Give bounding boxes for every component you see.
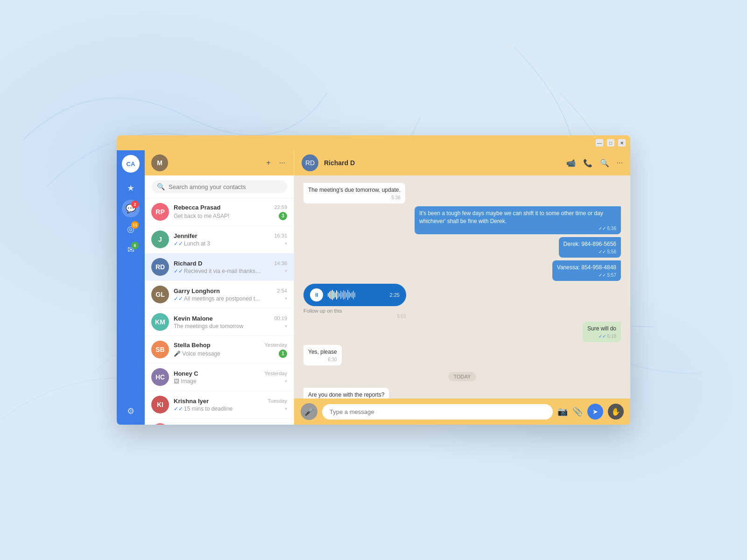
waveform-bar <box>329 292 330 298</box>
waveform-bar <box>347 290 348 300</box>
waveform-bar <box>353 291 354 299</box>
waveform-bar <box>350 293 351 297</box>
audio-label: Follow up on this <box>303 308 406 314</box>
contact-list: RP Rebecca Prasad 22:59 Get back to me A… <box>145 198 294 425</box>
message-bubble: Yes, please 6:30 <box>303 345 342 365</box>
contact-msg: 🖼 Image <box>174 378 197 385</box>
waveform-bar <box>346 293 347 297</box>
add-contact-button[interactable]: + <box>264 157 272 169</box>
contact-item[interactable]: KM Kevin Malone 00:19 The meetings due t… <box>145 308 294 336</box>
settings-icon: ⚙ <box>127 406 134 416</box>
mail-badge: 6 <box>131 242 139 249</box>
send-button[interactable]: ➤ <box>587 404 603 420</box>
contact-time: 14:36 <box>274 260 287 266</box>
avatar: HC <box>151 368 169 386</box>
sidebar-item-star[interactable]: ★ <box>122 179 140 197</box>
waveform-bar <box>336 290 337 300</box>
chevron-down-icon: ▾ <box>285 323 287 329</box>
contact-name: Rebecca Prasad <box>174 204 220 211</box>
minimize-button[interactable]: — <box>596 139 603 147</box>
avatar: RD <box>151 258 169 276</box>
more-options-button[interactable]: ··· <box>277 157 287 169</box>
message-time: 6:30 <box>308 357 337 362</box>
search-input[interactable] <box>169 183 282 190</box>
message-row: Vanessa: 854-958-4848 ✓✓ 5:57 <box>303 260 621 281</box>
message-text: Sure will do <box>587 325 616 333</box>
contact-info: Richard D 14:36 ✓✓Recieved it via e-mail… <box>174 260 287 274</box>
waveform-bar <box>349 292 350 298</box>
close-button[interactable]: ✕ <box>618 139 626 147</box>
waveform-bar <box>352 292 352 298</box>
contact-msg: ✓✓All meetings are postponed to 16:40 <box>174 295 262 302</box>
contact-info: Stella Behop Yesterday 🎤 Voice message 1 <box>174 342 287 358</box>
message-text: The meeting's due tomorrow, update. <box>308 186 401 194</box>
contact-item[interactable]: GL Garry Longhorn 2:54 ✓✓All meetings ar… <box>145 281 294 308</box>
contact-item[interactable]: RP Rebecca Prasad 22:59 Get back to me A… <box>145 198 294 226</box>
maximize-button[interactable]: □ <box>607 139 614 147</box>
contact-item-richard[interactable]: RD Richard D 14:36 ✓✓Recieved it via e-m… <box>145 253 294 281</box>
chat-badge: 2 <box>131 201 139 208</box>
waveform-bar <box>332 290 333 300</box>
input-icons: 📷 📎 ➤ ✋ <box>557 404 624 420</box>
avatar: GL <box>151 286 169 303</box>
contact-time: 16:31 <box>274 233 287 238</box>
avatar: RP <box>151 203 169 221</box>
video-call-icon[interactable]: 📹 <box>566 159 576 168</box>
icon-sidebar: CA ★ 💬 2 ◎ 11 ✉ 6 ⚙ <box>117 150 145 425</box>
audio-call-icon[interactable]: 📞 <box>583 159 592 168</box>
waveform-bar <box>345 291 345 299</box>
app-body: CA ★ 💬 2 ◎ 11 ✉ 6 ⚙ M <box>117 150 630 425</box>
chat-panel: RD Richard D 📹 📞 🔍 ··· The meeting's due… <box>294 150 630 425</box>
contact-msg: ✓✓Lunch at 3 <box>174 240 210 247</box>
contact-item[interactable]: KI Krishna Iyer Tuesday ✓✓15 mins to dea… <box>145 391 294 419</box>
contact-item[interactable]: J Jennifer 16:31 ✓✓Lunch at 3 ▾ <box>145 226 294 253</box>
sidebar-item-contacts[interactable]: ◎ 11 <box>122 220 140 238</box>
contact-time: 00:19 <box>274 315 287 321</box>
contact-info: Krishna Iyer Tuesday ✓✓15 mins to deadli… <box>174 398 287 412</box>
contact-item[interactable]: SB Stella Behop Yesterday 🎤 Voice messag… <box>145 336 294 364</box>
app-logo: CA <box>122 155 140 173</box>
message-row: ⏸ <box>303 284 621 319</box>
waveform-bar <box>343 290 344 300</box>
sidebar-item-chat[interactable]: 💬 2 <box>122 200 140 217</box>
message-bubble: Vanessa: 854-958-4848 ✓✓ 5:57 <box>552 260 621 281</box>
message-input[interactable] <box>322 404 553 420</box>
microphone-button[interactable]: 🎤 <box>301 403 317 420</box>
sidebar-item-settings[interactable]: ⚙ <box>122 402 140 420</box>
hand-button[interactable]: ✋ <box>608 404 624 420</box>
contact-name: Krishna Iyer <box>174 398 209 405</box>
attach-icon[interactable]: 📎 <box>572 406 583 417</box>
contact-info: Jennifer 16:31 ✓✓Lunch at 3 ▾ <box>174 232 287 247</box>
contact-name: Kevin Malone <box>174 315 213 322</box>
chat-more-icon[interactable]: ··· <box>617 159 623 168</box>
message-text: Vanessa: 854-958-4848 <box>557 264 616 272</box>
waveform-bar <box>331 291 331 299</box>
audio-play-button[interactable]: ⏸ <box>310 288 323 301</box>
chat-header-icons: 📹 📞 🔍 ··· <box>566 159 623 168</box>
chevron-down-icon: ▾ <box>285 296 287 301</box>
app-window: — □ ✕ CA ★ 💬 2 ◎ 11 ✉ 6 ⚙ <box>117 135 630 425</box>
audio-message: ⏸ <box>303 284 406 319</box>
contact-msg: The meetings due tomorrow <box>174 323 243 329</box>
contact-info: Kevin Malone 00:19 The meetings due tomo… <box>174 315 287 329</box>
contact-item[interactable]: HC Honey C Yesterday 🖼 Image ▾ <box>145 364 294 391</box>
date-label: TODAY <box>448 372 477 381</box>
search-wrap: 🔍 <box>151 180 287 193</box>
chat-avatar: RD <box>302 154 318 171</box>
message-row: Yes, please 6:30 <box>303 345 621 365</box>
message-text: Derek: 984-896-5656 <box>564 240 616 248</box>
message-row: The meeting's due tomorrow, update. 5:36 <box>303 183 621 203</box>
contact-item[interactable]: CW Coco Wager Tuesday ✓✓Dinner tomorrow … <box>145 419 294 425</box>
message-text: It's been a tough few days maybe we can … <box>419 210 616 225</box>
chat-contact-name: Richard D <box>324 159 561 167</box>
avatar: KI <box>151 396 169 413</box>
contact-time: 2:54 <box>277 288 287 294</box>
waveform-bar <box>338 292 338 298</box>
search-icon: 🔍 <box>157 183 165 190</box>
camera-icon[interactable]: 📷 <box>557 406 568 417</box>
chevron-down-icon: ▾ <box>285 378 287 384</box>
sidebar-item-mail[interactable]: ✉ 6 <box>122 241 140 259</box>
waveform-bar <box>335 293 336 297</box>
waveform-bar <box>340 291 341 299</box>
search-chat-icon[interactable]: 🔍 <box>600 159 609 168</box>
